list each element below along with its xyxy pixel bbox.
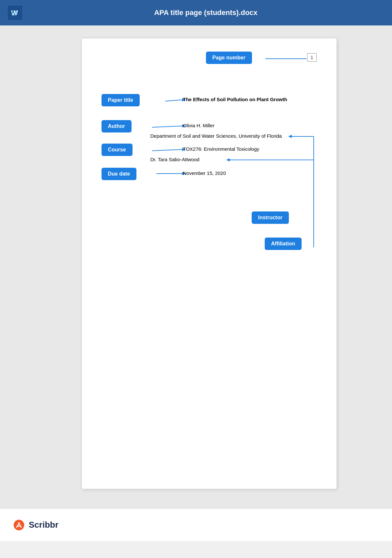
svg-point-21 bbox=[18, 522, 20, 523]
document-title: APA title page (students).docx bbox=[27, 8, 384, 17]
main-content: Page number 1 Paper title The Effects of… bbox=[0, 25, 392, 508]
connector-lines bbox=[102, 52, 317, 313]
word-icon: W bbox=[8, 6, 22, 20]
svg-marker-15 bbox=[226, 158, 230, 162]
paper-title-label: Paper title bbox=[102, 94, 140, 106]
page-number-label: Page number bbox=[206, 52, 252, 64]
svg-line-8 bbox=[152, 126, 182, 127]
due-date-doc-text: November 15, 2020 bbox=[183, 170, 226, 176]
svg-line-6 bbox=[165, 100, 182, 101]
document-paper: Page number 1 Paper title The Effects of… bbox=[82, 39, 337, 489]
svg-rect-3 bbox=[14, 11, 15, 15]
affiliation-doc-text: Department of Soil and Water Sciences, U… bbox=[150, 133, 282, 139]
due-date-label: Due date bbox=[102, 168, 137, 180]
svg-rect-4 bbox=[16, 10, 17, 15]
page-number-value: 1 bbox=[307, 53, 317, 62]
scribbr-brand-name: Scribbr bbox=[29, 520, 58, 530]
scribbr-logo-icon bbox=[13, 519, 25, 531]
svg-line-16 bbox=[152, 149, 182, 151]
course-doc-text: TOX276: Environmental Toxicology bbox=[183, 146, 259, 152]
paper-title-text: The Effects of Soil Pollution on Plant G… bbox=[183, 97, 287, 102]
svg-marker-12 bbox=[288, 135, 292, 138]
diagram-area: Page number 1 Paper title The Effects of… bbox=[102, 52, 317, 313]
top-bar: W APA title page (students).docx bbox=[0, 0, 392, 25]
affiliation-label: Affiliation bbox=[265, 238, 302, 250]
course-label: Course bbox=[102, 144, 133, 156]
footer: Scribbr bbox=[0, 508, 392, 541]
author-label: Author bbox=[102, 120, 132, 132]
svg-point-20 bbox=[14, 519, 24, 530]
instructor-label: Instructor bbox=[252, 211, 289, 224]
svg-rect-2 bbox=[12, 10, 13, 15]
instructor-doc-text: Dr. Tara Sabo-Attwood bbox=[150, 157, 200, 162]
author-name-text: Olivia H. Miller bbox=[183, 123, 215, 128]
